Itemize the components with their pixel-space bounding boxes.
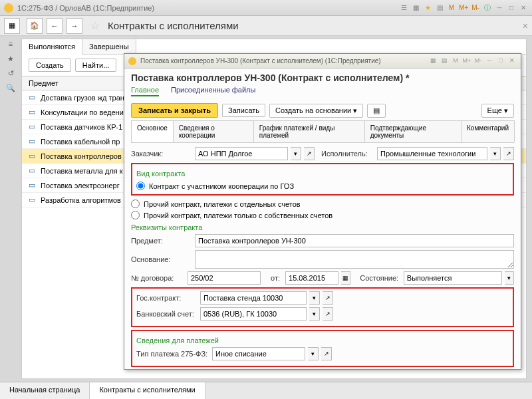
history-icon[interactable]: ↺ xyxy=(5,68,16,78)
tab-docs[interactable]: Подтверждающие документы xyxy=(364,120,462,142)
basis-input[interactable] xyxy=(195,250,514,269)
list-label: Поставка датчиков КР-1 xyxy=(41,123,122,131)
modal-header: Поставка контроллеров УН-300 (Контракт с… xyxy=(124,68,521,84)
m-icon[interactable]: M xyxy=(451,57,460,65)
customer-label: Заказчик: xyxy=(131,150,192,158)
apps-grid-icon[interactable]: ▦ xyxy=(4,18,20,34)
bank-label: Банковский счет: xyxy=(136,310,198,318)
bottom-tab-contracts[interactable]: Контракты с исполнителями xyxy=(90,382,205,399)
m-minus-icon[interactable]: M- xyxy=(473,57,483,65)
radio-other1-label: Прочий контракт, платежи с отдельных сче… xyxy=(144,200,301,208)
doc-icon: ▭ xyxy=(29,196,35,204)
more-button[interactable]: Еще ▾ xyxy=(481,104,514,118)
minimize-icon[interactable]: ─ xyxy=(495,3,504,13)
search-icon[interactable]: 🔍 xyxy=(5,82,16,93)
tool-icon[interactable]: ▤ xyxy=(440,57,449,65)
page-close-icon[interactable]: × xyxy=(523,21,528,31)
tab-main[interactable]: Основное xyxy=(131,120,174,142)
star-icon[interactable]: ★ xyxy=(5,53,16,64)
pay-type-input[interactable] xyxy=(212,347,305,360)
radio-other2[interactable] xyxy=(131,211,140,219)
nav-back-icon[interactable]: ← xyxy=(47,18,63,34)
section-contract-type: Вид контракта xyxy=(136,170,509,178)
close-icon[interactable]: ✕ xyxy=(507,57,517,65)
state-input[interactable] xyxy=(404,271,502,285)
m-icon[interactable]: M xyxy=(447,3,456,13)
pay-type-label: Тип платежа 275-ФЗ: xyxy=(136,350,209,358)
save-close-button[interactable]: Записать и закрыть xyxy=(131,103,218,118)
radio-other1[interactable] xyxy=(131,200,140,208)
bottom-tab-start[interactable]: Начальная страница xyxy=(0,382,90,399)
dropdown-icon[interactable]: ▾ xyxy=(505,271,514,285)
close-icon[interactable]: ✕ xyxy=(519,3,528,13)
open-icon[interactable]: ↗ xyxy=(304,147,315,160)
modal-titlebar[interactable]: Поставка контроллеров УН-300 (Контракт с… xyxy=(124,54,521,68)
dropdown-icon[interactable]: ▾ xyxy=(309,291,320,305)
nav-back-icon[interactable]: 🏠 xyxy=(27,18,43,34)
generic-icon[interactable]: ☰ xyxy=(399,3,408,13)
star-icon[interactable]: ★ xyxy=(423,3,432,13)
executor-input[interactable] xyxy=(377,147,487,160)
report-button[interactable]: ▤ xyxy=(367,104,386,118)
bank-input[interactable] xyxy=(200,307,307,321)
help-icon[interactable]: ⓘ xyxy=(483,3,492,13)
dropdown-icon[interactable]: ▾ xyxy=(308,347,319,360)
generic-icon[interactable]: ▦ xyxy=(411,3,420,13)
create-on-button[interactable]: Создать на основании ▾ xyxy=(269,104,363,118)
minimize-icon[interactable]: ─ xyxy=(485,57,494,65)
modal-nav-main[interactable]: Главное xyxy=(131,86,159,96)
calendar-icon[interactable]: ▦ xyxy=(341,271,350,285)
left-rail: ≡ ★ ↺ 🔍 xyxy=(3,39,19,93)
app-logo-icon xyxy=(128,57,136,65)
open-icon[interactable]: ↗ xyxy=(321,347,332,360)
app-titlebar: 1С:275-ФЗ / ОрловАВ (1С:Предприятие) ☰ ▦… xyxy=(0,0,532,16)
nav-fwd-icon[interactable]: → xyxy=(66,18,82,34)
list-label: Доставка грузов жд транс xyxy=(41,94,128,102)
m-plus-icon[interactable]: M+ xyxy=(459,3,468,13)
basis-label: Основание: xyxy=(131,255,192,263)
customer-input[interactable] xyxy=(195,147,288,160)
subject-label: Предмет: xyxy=(131,237,192,245)
doc-icon: ▭ xyxy=(29,122,35,131)
tab-comment[interactable]: Комментарий xyxy=(461,120,515,142)
list-label: Поставка металла для к xyxy=(41,167,123,175)
gov-input[interactable] xyxy=(200,291,307,305)
tab-pay[interactable]: График платежей / виды платежей xyxy=(253,120,365,142)
bottom-tabs: Начальная страница Контракты с исполните… xyxy=(0,382,532,399)
dropdown-icon[interactable]: ▾ xyxy=(309,307,320,321)
tab-coop[interactable]: Сведения о кооперации xyxy=(173,120,254,142)
doc-icon: ▭ xyxy=(29,137,35,146)
open-icon[interactable]: ↗ xyxy=(323,307,333,321)
favorite-icon[interactable]: ☆ xyxy=(90,19,100,32)
modal-form: Заказчик: ▾ ↗ Исполнитель: ▾ ↗ Вид контр… xyxy=(124,143,521,369)
subject-input[interactable] xyxy=(195,234,514,247)
find-button[interactable]: Найти... xyxy=(75,59,117,72)
section-pay-info: Сведения для платежей xyxy=(136,336,509,344)
menu-icon[interactable]: ≡ xyxy=(5,39,16,49)
list-label: Поставка электроэнерг xyxy=(41,182,120,190)
modal-nav-files[interactable]: Присоединенные файлы xyxy=(171,86,255,96)
tab-done[interactable]: Завершены xyxy=(82,39,136,54)
num-label: № договора: xyxy=(131,274,185,282)
list-label: Поставка контроллеров xyxy=(41,152,122,160)
tool-icon[interactable]: ▦ xyxy=(428,57,438,65)
maximize-icon[interactable]: □ xyxy=(496,57,505,65)
open-icon[interactable]: ↗ xyxy=(503,147,514,160)
radio-goz[interactable] xyxy=(136,182,145,190)
more-label: Еще xyxy=(487,106,502,114)
m-minus-icon[interactable]: M- xyxy=(471,3,480,13)
save-button[interactable]: Записать xyxy=(222,104,265,117)
app-title: 1С:275-ФЗ / ОрловАВ (1С:Предприятие) xyxy=(17,4,154,12)
dropdown-icon[interactable]: ▾ xyxy=(291,147,301,160)
dropdown-icon[interactable]: ▾ xyxy=(490,147,501,160)
create-button[interactable]: Создать xyxy=(29,59,71,72)
m-plus-icon[interactable]: M+ xyxy=(462,57,471,65)
date-input[interactable] xyxy=(285,271,338,285)
tab-running[interactable]: Выполняются xyxy=(22,39,82,55)
calc-icon[interactable]: ▤ xyxy=(435,3,444,13)
list-label: Консультации по ведени xyxy=(41,108,124,116)
open-icon[interactable]: ↗ xyxy=(323,291,333,305)
modal-title-text: Поставка контроллеров УН-300 (Контракт с… xyxy=(140,57,381,65)
num-input[interactable] xyxy=(188,271,261,285)
maximize-icon[interactable]: □ xyxy=(507,3,516,13)
